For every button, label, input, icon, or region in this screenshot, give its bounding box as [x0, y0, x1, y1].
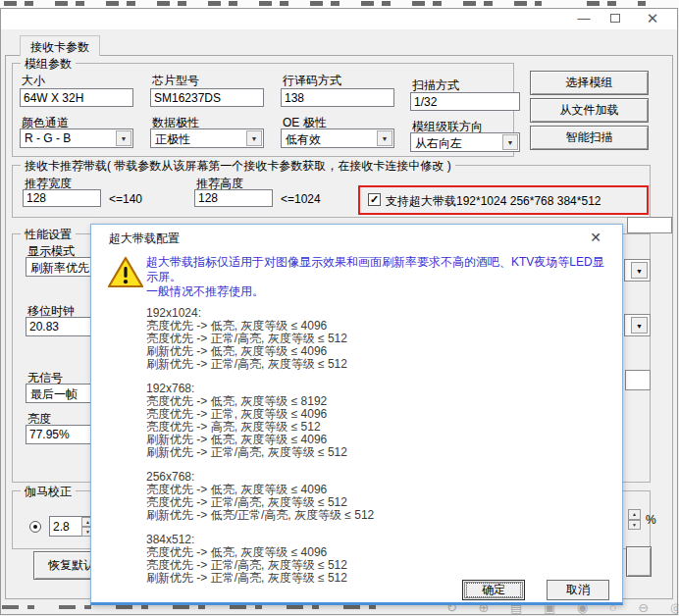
- spec-line: 刷新优先 -> 正常/高亮, 灰度等级 ≤ 512: [146, 572, 374, 585]
- super-load-config-dialog: 超大带载配置 ✕ 超大带载指标仅适用于对图像显示效果和画面刷新率要求不高的酒吧、…: [90, 224, 623, 605]
- spec-line: 刷新优先 -> 正常/高亮, 灰度等级 ≤ 512: [146, 446, 374, 459]
- receiving-card-parameters-window: — ✕ 接收卡参数 模组参数 大小 芯片型号 行译码方式 扫描方式 颜色通道 R…: [0, 0, 679, 616]
- data-polarity-value: 正极性: [155, 131, 190, 148]
- minimize-icon[interactable]: —: [569, 9, 599, 28]
- height-limit-text: <=1024: [281, 192, 321, 206]
- load-spec-section: 192x1024: 亮度优先 -> 低亮, 灰度等级 ≤ 4096 亮度优先 -…: [146, 307, 374, 371]
- red-highlight-rectangle: [358, 185, 649, 215]
- cascade-direction-value: 从右向左: [415, 135, 462, 152]
- clipped-combo-fragment[interactable]: ▼: [624, 259, 651, 282]
- dialog-title: 超大带载配置: [109, 231, 180, 247]
- clipped-button-fragment[interactable]: [626, 546, 652, 577]
- spec-line: 刷新优先 -> 正常/高亮, 灰度等级 ≤ 512: [146, 358, 374, 371]
- data-polarity-select[interactable]: 正极性 ▼: [150, 128, 264, 148]
- load-from-file-button[interactable]: 从文件加载: [530, 98, 649, 123]
- size-label: 大小: [22, 73, 45, 89]
- chevron-down-icon: ▼: [116, 130, 131, 146]
- clipped-bottom-text: [2, 605, 387, 609]
- spin-down-icon: ▼: [628, 520, 641, 531]
- spin-up-icon: ▲: [628, 509, 641, 520]
- right-percent-stepper[interactable]: ▲ ▼: [628, 509, 641, 530]
- chip-model-input[interactable]: [150, 88, 264, 107]
- select-module-button[interactable]: 选择模组: [530, 71, 649, 95]
- chevron-down-icon: ▼: [631, 317, 648, 334]
- size-input[interactable]: [20, 88, 133, 107]
- cascade-direction-select[interactable]: 从右向左 ▼: [410, 132, 520, 152]
- gamma-radio[interactable]: [29, 521, 41, 533]
- smart-scan-button[interactable]: 智能扫描: [530, 126, 649, 150]
- oe-polarity-select[interactable]: 低有效 ▼: [281, 128, 394, 148]
- chevron-down-icon: ▼: [631, 262, 648, 279]
- load-spec-section: 384x512: 亮度优先 -> 低亮, 灰度等级 ≤ 4096 亮度优先 ->…: [146, 534, 374, 585]
- warning-line-1: 超大带载指标仅适用于对图像显示效果和画面刷新率要求不高的酒吧、KTV夜场等LED…: [146, 255, 607, 284]
- row-decode-label: 行译码方式: [283, 73, 341, 89]
- maximize-icon[interactable]: [601, 9, 630, 28]
- clipped-combo-fragment[interactable]: ▼: [624, 314, 651, 336]
- load-spec-list: 192x1024: 亮度优先 -> 低亮, 灰度等级 ≤ 4096 亮度优先 -…: [146, 307, 374, 596]
- row-decode-input[interactable]: [281, 88, 394, 107]
- cancel-button[interactable]: 取消: [547, 580, 609, 600]
- chip-model-label: 芯片型号: [152, 73, 199, 89]
- recommended-height-input[interactable]: [194, 189, 273, 207]
- width-limit-text: <=140: [109, 192, 142, 206]
- scan-mode-input[interactable]: [410, 92, 520, 111]
- ok-button[interactable]: 确定: [462, 580, 525, 600]
- warning-icon: [107, 256, 144, 292]
- oe-polarity-value: 低有效: [286, 131, 321, 148]
- focus-rect: [466, 583, 521, 597]
- module-params-group-title: 模组参数: [21, 56, 76, 73]
- display-mode-value: 刷新率优先: [30, 260, 89, 277]
- warning-line-2: 一般情况不推荐使用。: [146, 284, 607, 299]
- recommended-load-group-title: 接收卡推荐带载( 带载参数从该屏幕第一个接收卡参数获取，在接收卡连接中修改 ): [21, 158, 455, 175]
- chevron-down-icon: ▼: [377, 130, 392, 146]
- tab-receiving-card-params[interactable]: 接收卡参数: [20, 35, 100, 56]
- close-icon[interactable]: ✕: [638, 9, 667, 28]
- clipped-input-fragment: [625, 370, 651, 390]
- no-signal-value: 最后一帧: [30, 386, 78, 403]
- warning-text: 超大带载指标仅适用于对图像显示效果和画面刷新率要求不高的酒吧、KTV夜场等LED…: [146, 255, 607, 299]
- dialog-titlebar: 超大带载配置 ✕: [91, 225, 622, 250]
- load-spec-section: 192x768: 亮度优先 -> 低亮, 灰度等级 ≤ 8192 亮度优先 ->…: [146, 383, 374, 459]
- recommended-width-input[interactable]: [23, 189, 101, 207]
- chevron-down-icon: ▼: [246, 130, 262, 146]
- chevron-down-icon: ▼: [502, 134, 518, 150]
- percent-suffix: %: [646, 513, 656, 527]
- spec-line: 刷新优先 -> 低亮/正常/高亮, 灰度等级 ≤ 512: [146, 509, 374, 522]
- color-channel-select[interactable]: R - G - B ▼: [20, 128, 133, 148]
- dialog-close-icon[interactable]: ✕: [583, 228, 608, 247]
- gamma-group-title: 伽马校正: [21, 484, 76, 500]
- clipped-menu-text: [4, 1, 542, 6]
- clipped-field-fragment: [627, 217, 672, 233]
- parent-window-clipped-strip: [0, 0, 679, 8]
- load-spec-section: 256x768: 亮度优先 -> 低亮, 灰度等级 ≤ 4096 亮度优先 ->…: [146, 471, 374, 522]
- color-channel-value: R - G - B: [25, 131, 71, 145]
- performance-group-title: 性能设置: [21, 227, 76, 243]
- clipped-menu-text: [587, 1, 646, 6]
